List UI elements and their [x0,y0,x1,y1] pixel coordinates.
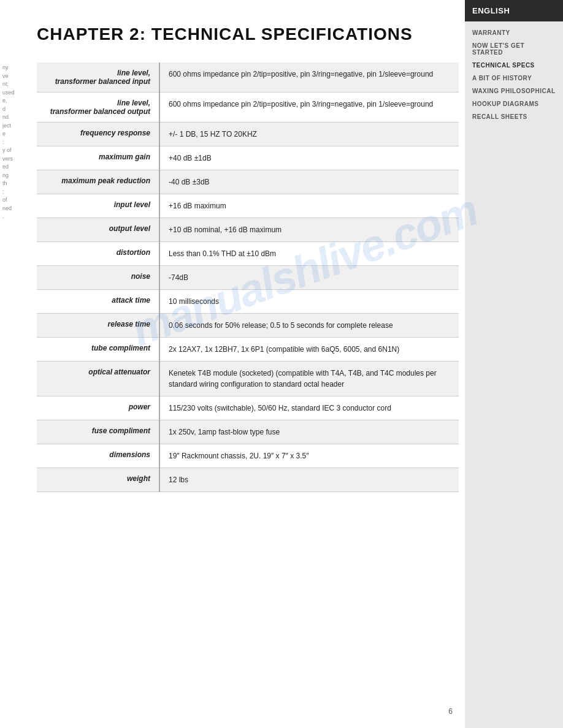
spec-label-13: power [37,396,159,420]
spec-row-11: tube compliment2x 12AX7, 1x 12BH7, 1x 6P… [37,338,459,362]
spec-label-8: noise [37,266,159,290]
spec-label-3: maximum gain [37,146,159,170]
spec-label-2: frequency response [37,123,159,146]
spec-label-15: dimensions [37,444,159,468]
left-strip-text: used [2,89,28,97]
spec-value-6: +10 dB nominal, +16 dB maximum [159,218,459,242]
spec-row-8: noise-74dB [37,266,459,290]
spec-value-1: 600 ohms impedance pin 2/tip=positive, p… [159,93,459,123]
spec-row-16: weight12 lbs [37,468,459,492]
left-strip-text: . [2,213,28,221]
specs-table: line level,transformer balanced input600… [37,63,459,492]
sidebar-nav-item-3[interactable]: A BIT OF HISTORY [465,72,563,85]
sidebar-nav-item-0[interactable]: WARRANTY [465,26,563,39]
left-strip-text: nd [2,113,28,122]
spec-row-13: power115/230 volts (switchable), 50/60 H… [37,396,459,420]
spec-value-13: 115/230 volts (switchable), 50/60 Hz, st… [159,396,459,420]
left-strip-text: of [2,196,28,205]
left-strip-text: th [2,180,28,188]
spec-row-14: fuse compliment1x 250v, 1amp fast-blow t… [37,420,459,444]
left-strip: nyvent;usede,dndjecte:y ofversedngth:ofn… [0,61,31,224]
left-strip-text: d [2,105,28,114]
spec-label-11: tube compliment [37,338,159,362]
sidebar: ENGLISH WARRANTYNOW LET'S GET STARTEDTEC… [465,0,563,728]
spec-row-6: output level+10 dB nominal, +16 dB maxim… [37,218,459,242]
spec-value-9: 10 milliseconds [159,290,459,314]
spec-value-10: 0.06 seconds for 50% release; 0.5 to 5 s… [159,314,459,338]
spec-value-7: Less than 0.1% THD at ±10 dBm [159,242,459,266]
spec-label-4: maximum peak reduction [37,170,159,194]
spec-value-8: -74dB [159,266,459,290]
sidebar-nav-item-4[interactable]: WAXING PHILOSOPHICAL [465,85,563,97]
left-strip-text: e, [2,97,28,105]
spec-row-4: maximum peak reduction-40 dB ±3dB [37,170,459,194]
left-strip-text: ng [2,172,28,180]
spec-row-1: line level,transformer balanced output60… [37,93,459,123]
spec-label-14: fuse compliment [37,420,159,444]
spec-label-0: line level,transformer balanced input [37,63,159,93]
left-strip-text: vers [2,155,28,164]
left-strip-text: ject [2,122,28,131]
spec-value-16: 12 lbs [159,468,459,492]
spec-label-12: optical attenuator [37,362,159,396]
spec-row-10: release time0.06 seconds for 50% release… [37,314,459,338]
sidebar-nav-item-2[interactable]: TECHNICAL SPECS [465,59,563,72]
spec-row-15: dimensions19″ Rackmount chassis, 2U. 19″… [37,444,459,468]
spec-value-0: 600 ohms impedance pin 2/tip=positive, p… [159,63,459,93]
left-strip-text: ned [2,205,28,213]
spec-row-0: line level,transformer balanced input600… [37,63,459,93]
spec-row-2: frequency response+/- 1 DB, 15 HZ TO 20K… [37,123,459,146]
spec-label-10: release time [37,314,159,338]
spec-value-4: -40 dB ±3dB [159,170,459,194]
spec-value-11: 2x 12AX7, 1x 12BH7, 1x 6P1 (compatible w… [159,338,459,362]
left-strip-text: ve [2,72,28,81]
sidebar-nav-item-6[interactable]: RECALL SHEETS [465,110,563,123]
spec-value-3: +40 dB ±1dB [159,146,459,170]
spec-label-1: line level,transformer balanced output [37,93,159,123]
spec-value-12: Kenetek T4B module (socketed) (compatibl… [159,362,459,396]
sidebar-header: ENGLISH [465,0,563,21]
spec-label-6: output level [37,218,159,242]
spec-value-14: 1x 250v, 1amp fast-blow type fuse [159,420,459,444]
sidebar-nav: WARRANTYNOW LET'S GET STARTEDTECHNICAL S… [465,21,563,128]
left-strip-text: ed [2,163,28,172]
spec-label-16: weight [37,468,159,492]
left-strip-text: e [2,130,28,138]
left-strip-text: ny [2,64,28,72]
spec-label-7: distortion [37,242,159,266]
left-strip-text: : [2,188,28,197]
spec-row-7: distortionLess than 0.1% THD at ±10 dBm [37,242,459,266]
spec-row-9: attack time10 milliseconds [37,290,459,314]
sidebar-nav-item-1[interactable]: NOW LET'S GET STARTED [465,39,563,59]
spec-row-12: optical attenuatorKenetek T4B module (so… [37,362,459,396]
spec-value-15: 19″ Rackmount chassis, 2U. 19″ x 7″ x 3.… [159,444,459,468]
page-number: 6 [448,707,453,716]
spec-value-2: +/- 1 DB, 15 HZ TO 20KHZ [159,123,459,146]
chapter-title: CHAPTER 2: TECHNICAL SPECIFICATIONS [37,25,459,44]
spec-label-9: attack time [37,290,159,314]
spec-row-5: input level+16 dB maximum [37,194,459,218]
left-strip-text: y of [2,146,28,155]
left-strip-text: : [2,138,28,147]
spec-row-3: maximum gain+40 dB ±1dB [37,146,459,170]
sidebar-nav-item-5[interactable]: HOOKUP DIAGRAMS [465,97,563,110]
spec-value-5: +16 dB maximum [159,194,459,218]
main-content: CHAPTER 2: TECHNICAL SPECIFICATIONS line… [37,0,459,517]
left-strip-text: nt; [2,80,28,89]
spec-label-5: input level [37,194,159,218]
